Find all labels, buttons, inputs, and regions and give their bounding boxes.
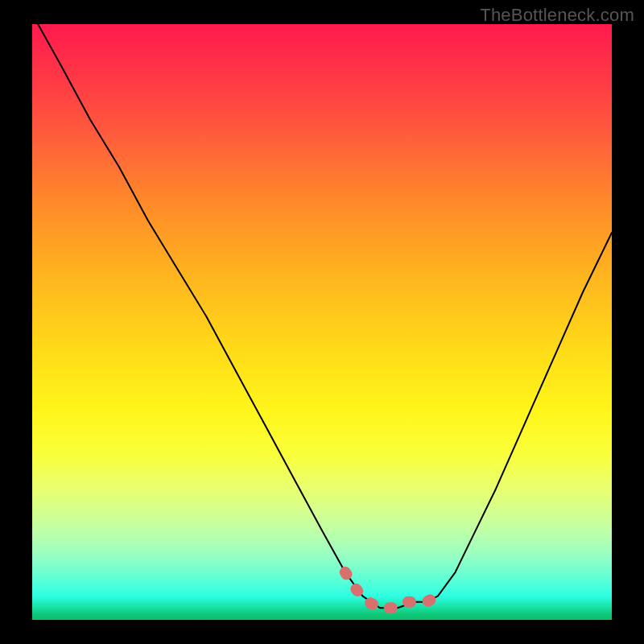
highlight-segment	[345, 572, 438, 608]
bottleneck-curve	[38, 24, 612, 608]
plot-area	[32, 24, 612, 620]
curve-layer	[32, 24, 612, 620]
chart-frame: TheBottleneck.com	[0, 0, 644, 644]
watermark-text: TheBottleneck.com	[480, 5, 634, 26]
